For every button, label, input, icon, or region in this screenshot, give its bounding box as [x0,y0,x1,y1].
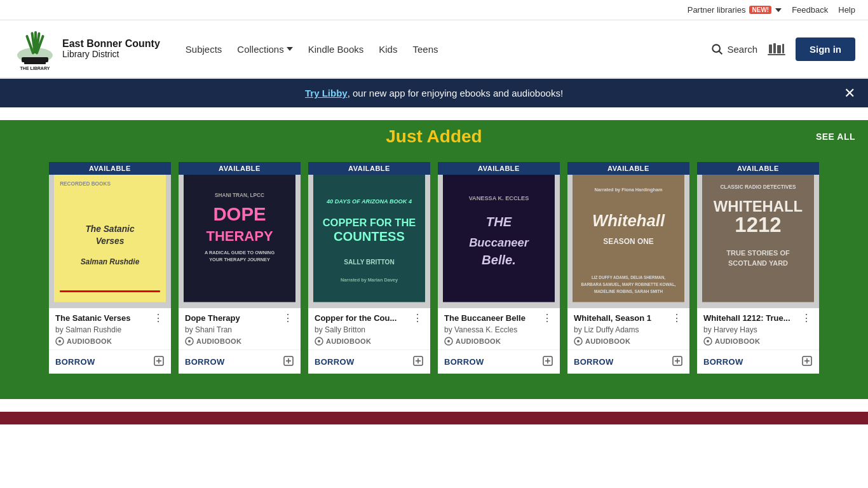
book-info: The Satanic Verses ⋮ by Salman Rushdie A… [49,308,171,349]
borrow-button[interactable]: BORROW [315,357,354,367]
banner-close-button[interactable]: ✕ [844,86,855,100]
nav-collections[interactable]: Collections [237,44,292,55]
wishlist-icon [153,355,165,367]
more-options-button[interactable]: ⋮ [800,313,813,323]
audiobook-icon [55,337,64,346]
svg-point-45 [318,340,320,342]
wishlist-icon [542,355,553,367]
bookshelf-icon[interactable] [768,42,785,56]
book-cover-wrapper: AVAILABLE 40 DAYS OF ARIZONA BOOK 4 COPP… [308,162,430,308]
book-title-row: Whitehall 1212: True... ⋮ [703,313,813,324]
svg-text:CLASSIC RADIO DETECTIVES: CLASSIC RADIO DETECTIVES [720,184,796,190]
more-options-button[interactable]: ⋮ [541,313,553,323]
see-all-link[interactable]: SEE ALL [816,132,855,142]
svg-text:MADELINE ROBINS, SARAH SMITH: MADELINE ROBINS, SARAH SMITH [594,289,663,294]
availability-badge: AVAILABLE [567,162,689,175]
availability-badge: AVAILABLE [308,162,430,175]
svg-text:LIZ DUFFY ADAMS, DELIA SHERMAN: LIZ DUFFY ADAMS, DELIA SHERMAN, [592,275,665,280]
svg-text:COPPER FOR THE: COPPER FOR THE [323,217,416,228]
top-bar: Partner libraries NEW! Feedback Help [0,0,868,20]
book-cover[interactable]: RECORDED BOOKS The Satanic Verses Salman… [49,162,171,308]
availability-badge: AVAILABLE [697,162,819,175]
book-title: The Buccaneer Belle [444,313,538,324]
svg-text:SCOTLAND YARD: SCOTLAND YARD [728,259,788,267]
svg-text:Belle.: Belle. [482,253,516,267]
sign-in-button[interactable]: Sign in [796,37,855,61]
svg-text:THE: THE [486,215,512,229]
nav-kids[interactable]: Kids [379,44,397,55]
book-type: AUDIOBOOK [703,337,813,346]
audiobook-icon [703,337,712,346]
book-cover[interactable]: Narrated by Fiona Hardingham Whitehall S… [567,162,689,308]
help-link[interactable]: Help [838,5,855,15]
audiobook-icon [315,337,323,346]
wishlist-icon [801,355,813,367]
feedback-link[interactable]: Feedback [792,5,828,15]
more-options-button[interactable]: ⋮ [281,313,294,323]
svg-text:VANESSA K. ECCLES: VANESSA K. ECCLES [469,195,529,201]
book-type: AUDIOBOOK [574,337,683,346]
book-item: AVAILABLE RECORDED BOOKS The Satanic Ver… [49,162,171,374]
book-title-row: The Buccaneer Belle ⋮ [444,313,553,324]
book-cover[interactable]: 40 DAYS OF ARIZONA BOOK 4 COPPER FOR THE… [308,162,430,308]
borrow-button[interactable]: BORROW [55,357,95,367]
book-cover[interactable]: CLASSIC RADIO DETECTIVES WHITEHALL 1212 … [697,162,819,308]
more-options-button[interactable]: ⋮ [670,313,683,323]
svg-text:Buccaneer: Buccaneer [469,236,529,249]
partner-libraries-link[interactable]: Partner libraries NEW! [688,5,782,15]
add-to-wishlist-button[interactable] [412,355,424,369]
announcement-banner: Try Libby, our new app for enjoying eboo… [0,79,868,107]
book-title: Dope Therapy [185,313,279,324]
borrow-button[interactable]: BORROW [185,357,224,367]
audiobook-icon [185,337,194,346]
more-options-button[interactable]: ⋮ [152,313,165,323]
svg-text:DOPE: DOPE [213,203,266,224]
book-info: Whitehall 1212: True... ⋮ by Harvey Hays… [697,308,819,349]
try-libby-link[interactable]: Try Libby [305,88,348,98]
audiobook-icon [574,337,583,346]
svg-point-67 [577,340,580,342]
svg-text:Narrated by Marian Davey: Narrated by Marian Davey [341,277,398,283]
book-cover[interactable]: VANESSA K. ECCLES THE Buccaneer Belle. [438,162,560,308]
book-info: The Buccaneer Belle ⋮ by Vanessa K. Eccl… [438,308,560,349]
partner-libraries-chevron-icon [775,8,782,12]
add-to-wishlist-button[interactable] [153,355,165,369]
more-options-button[interactable]: ⋮ [411,313,424,323]
book-actions: BORROW [567,349,689,374]
book-item: AVAILABLE CLASSIC RADIO DETECTIVES WHITE… [697,162,819,374]
nav-collections-label: Collections [237,44,283,55]
book-title-row: Dope Therapy ⋮ [185,313,294,324]
nav-kindle-books[interactable]: Kindle Books [308,44,364,55]
borrow-button[interactable]: BORROW [444,357,484,367]
header-right: Search Sign in [710,37,855,61]
search-button[interactable]: Search [710,43,757,55]
banner-message: , our new app for enjoying ebooks and au… [348,88,563,98]
svg-rect-11 [769,44,772,53]
svg-rect-14 [782,44,784,53]
add-to-wishlist-button[interactable] [672,355,683,369]
books-grid: AVAILABLE RECORDED BOOKS The Satanic Ver… [13,162,855,374]
svg-text:TRUE STORIES OF: TRUE STORIES OF [726,249,790,257]
add-to-wishlist-button[interactable] [542,355,553,369]
borrow-button[interactable]: BORROW [574,357,613,367]
library-name-line2: Library District [62,49,160,60]
book-type: AUDIOBOOK [315,337,424,346]
logo[interactable]: THE LIBRARY East Bonner County Library D… [13,27,160,71]
book-cover[interactable]: SHANI TRAN, LPCC DOPE THERAPY A RADICAL … [179,162,301,308]
book-actions: BORROW [438,349,560,374]
nav-subjects[interactable]: Subjects [186,44,222,55]
svg-text:WHITEHALL: WHITEHALL [714,198,803,215]
nav-teens[interactable]: Teens [412,44,438,55]
svg-text:THERAPY: THERAPY [206,228,273,244]
add-to-wishlist-button[interactable] [283,355,294,369]
borrow-button[interactable]: BORROW [703,357,743,367]
book-type: AUDIOBOOK [55,337,165,346]
section-title: Just Added [386,126,482,147]
book-item: AVAILABLE SHANI TRAN, LPCC DOPE THERAPY … [179,162,301,374]
add-to-wishlist-button[interactable] [801,355,813,369]
main-nav: Subjects Collections Kindle Books Kids T… [186,44,711,55]
search-icon [710,43,723,55]
svg-text:THE LIBRARY: THE LIBRARY [20,66,50,71]
header: THE LIBRARY East Bonner County Library D… [0,20,868,79]
partner-libraries-text: Partner libraries [688,5,746,15]
